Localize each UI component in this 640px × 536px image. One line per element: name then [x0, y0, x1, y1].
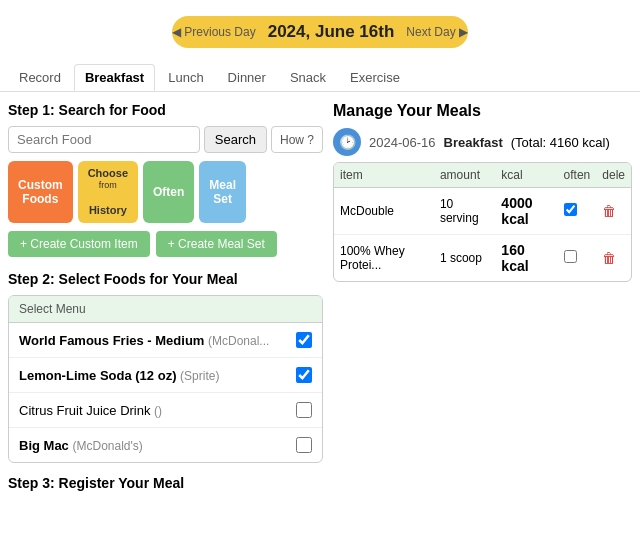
tab-record[interactable]: Record [8, 64, 72, 91]
manage-meals-title: Manage Your Meals [333, 102, 632, 120]
food-checkbox[interactable] [296, 437, 312, 453]
step2-title: Step 2: Select Foods for Your Meal [8, 271, 323, 287]
meal-total-label: (Total: 4160 kcal) [511, 135, 610, 150]
meal-name-label: Breakfast [444, 135, 503, 150]
often-checkbox[interactable] [564, 250, 577, 263]
cell-item: 100% Whey Protei... [334, 235, 434, 282]
cell-kcal: 160 kcal [495, 235, 557, 282]
cell-delete[interactable]: 🗑 [596, 235, 631, 282]
left-panel: Step 1: Search for Food Search How ? Cus… [8, 102, 323, 491]
search-input[interactable] [8, 126, 200, 153]
col-often: often [558, 163, 597, 188]
history-button[interactable]: ChoosefromHistory [78, 161, 138, 223]
col-item: item [334, 163, 434, 188]
delete-icon[interactable]: 🗑 [602, 250, 616, 266]
meal-header-row: 🕑 2024-06-16 Breakfast (Total: 4160 kcal… [333, 128, 632, 156]
select-menu-box: Select Menu World Famous Fries - Medium … [8, 295, 323, 463]
tab-dinner[interactable]: Dinner [217, 64, 277, 91]
right-panel: Manage Your Meals 🕑 2024-06-16 Breakfast… [333, 102, 632, 491]
search-row: Search How ? [8, 126, 323, 153]
food-item: Big Mac (McDonald's) [9, 428, 322, 462]
tab-lunch[interactable]: Lunch [157, 64, 214, 91]
food-name: Big Mac (McDonald's) [19, 438, 296, 453]
food-name: Lemon-Lime Soda (12 oz) (Sprite) [19, 368, 296, 383]
cell-amount: 1 scoop [434, 235, 495, 282]
create-buttons-row: + Create Custom Item + Create Meal Set [8, 231, 323, 257]
meal-date: 2024-06-16 [369, 135, 436, 150]
food-checkbox[interactable] [296, 367, 312, 383]
create-meal-set-button[interactable]: + Create Meal Set [156, 231, 277, 257]
create-custom-item-button[interactable]: + Create Custom Item [8, 231, 150, 257]
food-list: World Famous Fries - Medium (McDonal... … [9, 323, 322, 462]
search-button[interactable]: Search [204, 126, 267, 153]
meal-icon: 🕑 [333, 128, 361, 156]
cell-delete[interactable]: 🗑 [596, 188, 631, 235]
cell-often [558, 188, 597, 235]
col-dele: dele [596, 163, 631, 188]
current-date: 2024, June 16th [268, 22, 395, 42]
cell-often [558, 235, 597, 282]
date-bar: ◀ Previous Day 2024, June 16th Next Day … [172, 16, 468, 48]
food-item: World Famous Fries - Medium (McDonal... [9, 323, 322, 358]
quick-buttons-row: CustomFoods ChoosefromHistory Often Meal… [8, 161, 323, 223]
tab-bar: Record Breakfast Lunch Dinner Snack Exer… [0, 64, 640, 92]
often-button[interactable]: Often [143, 161, 194, 223]
how-button[interactable]: How ? [271, 126, 323, 153]
table-row: 100% Whey Protei... 1 scoop 160 kcal 🗑 [334, 235, 631, 282]
cell-kcal: 4000 kcal [495, 188, 557, 235]
cell-amount: 10 serving [434, 188, 495, 235]
step1-title: Step 1: Search for Food [8, 102, 323, 118]
table-row: McDouble 10 serving 4000 kcal 🗑 [334, 188, 631, 235]
custom-foods-button[interactable]: CustomFoods [8, 161, 73, 223]
delete-icon[interactable]: 🗑 [602, 203, 616, 219]
food-name: World Famous Fries - Medium (McDonal... [19, 333, 296, 348]
food-checkbox[interactable] [296, 402, 312, 418]
prev-day-button[interactable]: ◀ Previous Day [172, 25, 256, 39]
cell-item: McDouble [334, 188, 434, 235]
col-kcal: kcal [495, 163, 557, 188]
food-checkbox[interactable] [296, 332, 312, 348]
food-item: Lemon-Lime Soda (12 oz) (Sprite) [9, 358, 322, 393]
often-checkbox[interactable] [564, 203, 577, 216]
meal-set-button[interactable]: MealSet [199, 161, 246, 223]
tab-snack[interactable]: Snack [279, 64, 337, 91]
food-item: Citrus Fruit Juice Drink () [9, 393, 322, 428]
select-menu-header: Select Menu [9, 296, 322, 323]
step3-title: Step 3: Register Your Meal [8, 475, 323, 491]
tab-exercise[interactable]: Exercise [339, 64, 411, 91]
meal-table-wrapper: item amount kcal often dele McDouble 10 … [333, 162, 632, 282]
next-day-button[interactable]: Next Day ▶ [406, 25, 468, 39]
col-amount: amount [434, 163, 495, 188]
food-name: Citrus Fruit Juice Drink () [19, 403, 296, 418]
tab-breakfast[interactable]: Breakfast [74, 64, 155, 91]
meal-table: item amount kcal often dele McDouble 10 … [334, 163, 631, 281]
